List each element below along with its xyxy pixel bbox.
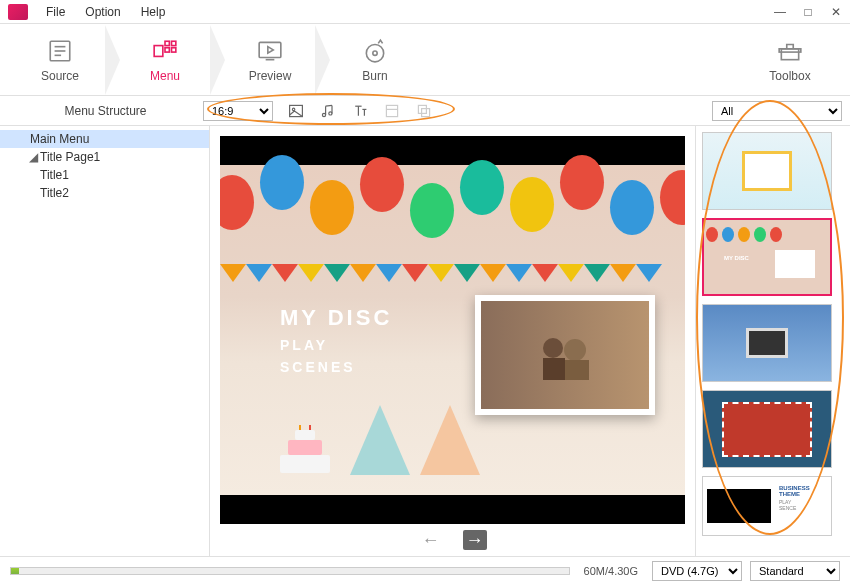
tree-main-menu[interactable]: Main Menu bbox=[0, 130, 209, 148]
svg-point-13 bbox=[373, 51, 377, 55]
disc-play-text: PLAY bbox=[280, 337, 392, 353]
preview-nav: ← → bbox=[220, 524, 685, 556]
tree-title1[interactable]: Title1 bbox=[0, 166, 209, 184]
title-bar: File Option Help — □ ✕ bbox=[0, 0, 850, 24]
menu-option[interactable]: Option bbox=[75, 5, 130, 19]
disc-scenes-text: SCENES bbox=[280, 359, 392, 375]
template-thumb-christmas[interactable] bbox=[702, 390, 832, 468]
disc-title-text: MY DISC bbox=[280, 305, 392, 331]
svg-rect-24 bbox=[386, 105, 397, 116]
template-thumb-winter[interactable] bbox=[702, 304, 832, 382]
tree-title-page-label: Title Page1 bbox=[40, 150, 100, 164]
party-hat-decor bbox=[420, 405, 480, 475]
svg-rect-33 bbox=[288, 440, 322, 455]
next-page-button[interactable]: → bbox=[463, 530, 487, 550]
main-content: Main Menu ◢Title Page1 Title1 Title2 bbox=[0, 126, 850, 556]
tab-preview-label: Preview bbox=[249, 69, 292, 83]
balloon-decor bbox=[410, 183, 454, 238]
tab-toolbox[interactable]: Toolbox bbox=[750, 37, 830, 83]
balloon-decor bbox=[660, 170, 685, 225]
menu-tree-panel: Main Menu ◢Title Page1 Title1 Title2 bbox=[0, 126, 210, 556]
balloon-decor bbox=[610, 180, 654, 235]
video-thumbnail-image bbox=[481, 301, 649, 409]
svg-rect-4 bbox=[154, 45, 163, 56]
party-hat-decor bbox=[350, 405, 410, 475]
template-thumb-party[interactable]: MY DISC bbox=[702, 218, 832, 296]
tab-burn[interactable]: Burn bbox=[335, 37, 415, 83]
burn-icon bbox=[361, 37, 389, 65]
tab-separator bbox=[105, 25, 120, 95]
svg-point-12 bbox=[366, 44, 383, 61]
window-controls: — □ ✕ bbox=[766, 2, 850, 22]
tab-toolbox-label: Toolbox bbox=[769, 69, 810, 83]
toolbox-icon bbox=[776, 37, 804, 65]
aspect-ratio-select[interactable]: 16:9 bbox=[203, 101, 273, 121]
svg-rect-26 bbox=[418, 105, 426, 113]
tab-source-label: Source bbox=[41, 69, 79, 83]
balloon-decor bbox=[460, 160, 504, 215]
svg-point-28 bbox=[543, 338, 563, 358]
balloon-decor bbox=[360, 157, 404, 212]
tab-separator bbox=[210, 25, 225, 95]
menu-structure-label: Menu Structure bbox=[8, 104, 203, 118]
template-thumb-business[interactable]: BUSINESSTHEMEPLAYSENCE bbox=[702, 476, 832, 536]
prev-page-button[interactable]: ← bbox=[419, 530, 443, 550]
quality-select[interactable]: Standard bbox=[750, 561, 840, 581]
svg-rect-8 bbox=[172, 47, 176, 51]
image-icon[interactable] bbox=[287, 102, 305, 120]
menu-file[interactable]: File bbox=[36, 5, 75, 19]
disc-menu-text: MY DISC PLAY SCENES bbox=[280, 305, 392, 375]
text-icon[interactable] bbox=[351, 102, 369, 120]
preview-scene: MY DISC PLAY SCENES bbox=[220, 165, 685, 495]
tree-title-page[interactable]: ◢Title Page1 bbox=[0, 148, 209, 166]
toolbar-icons bbox=[287, 102, 433, 120]
bottom-bar: 60M/4.30G DVD (4.7G) Standard bbox=[0, 556, 850, 584]
preview-icon bbox=[256, 37, 284, 65]
minimize-button[interactable]: — bbox=[766, 2, 794, 22]
disc-usage-fill bbox=[11, 568, 19, 574]
tab-menu[interactable]: Menu bbox=[125, 37, 205, 83]
svg-point-19 bbox=[329, 111, 332, 114]
preview-area[interactable]: MY DISC PLAY SCENES bbox=[220, 136, 685, 524]
template-thumb-baby[interactable] bbox=[702, 132, 832, 210]
svg-point-18 bbox=[322, 113, 325, 116]
svg-rect-14 bbox=[781, 48, 798, 59]
tree-title2[interactable]: Title2 bbox=[0, 184, 209, 202]
tab-burn-label: Burn bbox=[362, 69, 387, 83]
main-tabs: Source Menu Preview Burn Toolbox bbox=[0, 24, 850, 96]
menu-help[interactable]: Help bbox=[131, 5, 176, 19]
tab-separator bbox=[315, 25, 330, 95]
tab-source[interactable]: Source bbox=[20, 37, 100, 83]
svg-rect-7 bbox=[165, 47, 169, 51]
balloon-decor bbox=[510, 177, 554, 232]
tab-preview[interactable]: Preview bbox=[230, 37, 310, 83]
svg-rect-32 bbox=[280, 455, 330, 473]
disc-usage-bar bbox=[10, 567, 570, 575]
music-icon[interactable] bbox=[319, 102, 337, 120]
svg-rect-6 bbox=[172, 41, 176, 45]
svg-rect-27 bbox=[422, 108, 430, 116]
balloon-decor bbox=[220, 175, 254, 230]
close-button[interactable]: ✕ bbox=[822, 2, 850, 22]
preview-panel: MY DISC PLAY SCENES ← → bbox=[210, 126, 695, 556]
video-thumbnail[interactable] bbox=[475, 295, 655, 415]
bunting-decor bbox=[220, 264, 685, 284]
tree-main-menu-label: Main Menu bbox=[30, 132, 89, 146]
svg-point-29 bbox=[564, 339, 586, 361]
template-filter-select[interactable]: All bbox=[712, 101, 842, 121]
svg-marker-10 bbox=[268, 46, 273, 53]
balloon-decor bbox=[260, 155, 304, 210]
app-logo bbox=[8, 4, 28, 20]
tab-menu-label: Menu bbox=[150, 69, 180, 83]
cake-decor bbox=[270, 425, 340, 475]
svg-rect-15 bbox=[779, 48, 801, 51]
balloon-decor bbox=[560, 155, 604, 210]
chapter-icon bbox=[383, 102, 401, 120]
disc-type-select[interactable]: DVD (4.7G) bbox=[652, 561, 742, 581]
svg-rect-5 bbox=[165, 41, 169, 45]
svg-point-17 bbox=[292, 108, 294, 110]
source-icon bbox=[46, 37, 74, 65]
svg-rect-34 bbox=[295, 430, 315, 440]
maximize-button[interactable]: □ bbox=[794, 2, 822, 22]
template-panel: MY DISC BUSINESSTHEMEPLAYSENCE bbox=[695, 126, 850, 556]
